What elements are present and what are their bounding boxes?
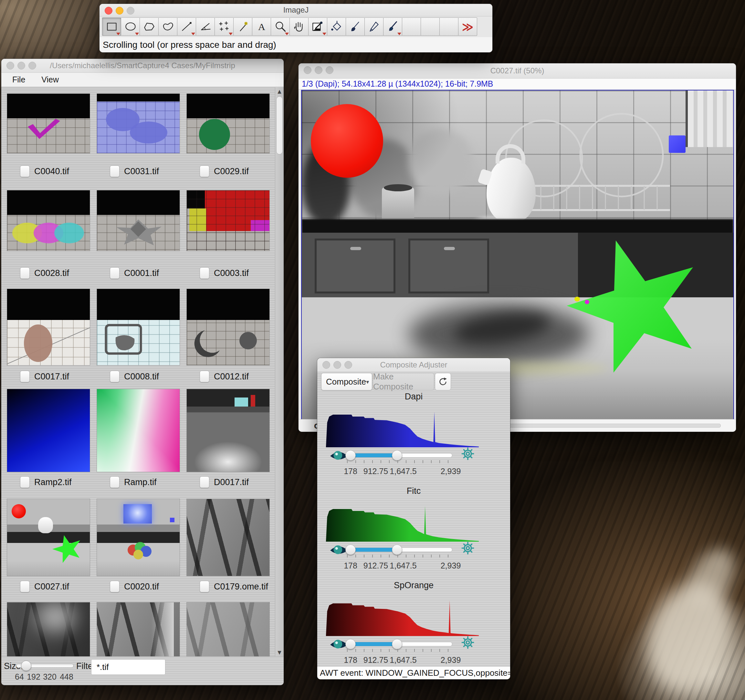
- window-controls[interactable]: [6, 62, 36, 69]
- zoom-window-icon[interactable]: [127, 7, 135, 15]
- tool-wand-button[interactable]: [233, 18, 252, 36]
- range-slider[interactable]: [346, 547, 452, 552]
- zoom-window-icon[interactable]: [326, 66, 334, 74]
- minimize-icon[interactable]: [18, 62, 25, 69]
- thumbnail-c0029[interactable]: [187, 94, 269, 153]
- thumbnail-unlabeled[interactable]: [187, 603, 269, 657]
- filmstrip-title: /Users/michaelellis/SmartCapture4 Cases/…: [50, 61, 235, 70]
- thumbnail-d0017[interactable]: [187, 389, 269, 472]
- settings-gear-icon[interactable]: [460, 540, 476, 556]
- thumbnail-c0017[interactable]: [7, 289, 90, 365]
- thumbnail-c0003[interactable]: [187, 190, 269, 251]
- scrollbar-thumb[interactable]: [276, 96, 283, 154]
- tool-flood-fill-button[interactable]: [327, 18, 346, 36]
- range-slider-max-handle[interactable]: [392, 544, 402, 555]
- filmstrip-titlebar[interactable]: /Users/michaelellis/SmartCapture4 Cases/…: [1, 59, 284, 73]
- window-controls[interactable]: [105, 7, 135, 15]
- thumbnail-checkbox[interactable]: [200, 581, 209, 592]
- thumbnail-checkbox[interactable]: [110, 165, 120, 177]
- thumbnail-c0028[interactable]: [7, 190, 90, 251]
- tool-rectangle-button[interactable]: [102, 18, 121, 36]
- minimize-icon[interactable]: [334, 361, 341, 369]
- thumbnail-c0031[interactable]: [97, 94, 180, 153]
- range-slider[interactable]: [346, 453, 452, 458]
- tool-line-button[interactable]: [177, 18, 196, 36]
- more-tools-icon: ≫: [462, 21, 474, 32]
- zoom-window-icon[interactable]: [344, 361, 352, 369]
- settings-gear-icon[interactable]: [460, 446, 476, 462]
- filmstrip-window: /Users/michaelellis/SmartCapture4 Cases/…: [1, 59, 284, 685]
- thumbnail-c0179[interactable]: [187, 499, 269, 576]
- thumbnail-ramp2[interactable]: [7, 389, 90, 472]
- range-slider-min-handle[interactable]: [346, 450, 356, 460]
- thumbnail-checkbox[interactable]: [20, 581, 30, 592]
- tool-zoom-button[interactable]: [271, 18, 290, 36]
- range-slider-max-handle[interactable]: [392, 450, 402, 460]
- thumbnail-c0001[interactable]: [97, 190, 180, 251]
- thumbnail-checkbox[interactable]: [20, 267, 30, 279]
- thumbnail-checkbox[interactable]: [20, 477, 30, 488]
- tool-pencil-button[interactable]: [364, 18, 383, 36]
- filmstrip-scrollbar[interactable]: ▲ ▼: [275, 87, 284, 657]
- thumbnail-checkbox[interactable]: [200, 477, 209, 488]
- window-controls[interactable]: [322, 361, 352, 369]
- tool-oval-button[interactable]: [121, 18, 140, 36]
- close-icon[interactable]: [6, 62, 14, 69]
- menu-view[interactable]: View: [41, 75, 59, 84]
- thumbnail-checkbox[interactable]: [200, 165, 209, 177]
- thumbnail-unlabeled[interactable]: [7, 603, 90, 657]
- thumbnail-c0027[interactable]: [7, 499, 90, 576]
- tool-polygon-button[interactable]: [139, 18, 159, 36]
- thumbnail-checkbox[interactable]: [200, 267, 209, 279]
- menu-file[interactable]: File: [12, 75, 25, 84]
- range-slider-fill: [349, 548, 396, 552]
- tool-brush-button[interactable]: [346, 18, 365, 36]
- filter-input[interactable]: *.tif: [91, 659, 165, 675]
- range-slider-min-handle[interactable]: [346, 544, 356, 555]
- display-mode-select[interactable]: Composite ▾: [321, 373, 372, 390]
- tool-color-picker-button[interactable]: [308, 18, 327, 36]
- settings-gear-icon[interactable]: [460, 635, 476, 650]
- range-slider-max-handle[interactable]: [392, 639, 402, 649]
- thumbnail-checkbox[interactable]: [20, 371, 30, 382]
- zoom-window-icon[interactable]: [28, 62, 36, 69]
- refresh-button[interactable]: [435, 373, 451, 390]
- close-icon[interactable]: [304, 66, 311, 74]
- thumbnail-c0012[interactable]: [187, 289, 269, 365]
- close-icon[interactable]: [322, 361, 330, 369]
- thumbnail-c0008[interactable]: [97, 289, 180, 365]
- make-composite-button[interactable]: Make Composite: [373, 373, 434, 390]
- thumbnail-c0040[interactable]: [7, 94, 90, 153]
- thumbnail-unlabeled[interactable]: [97, 603, 180, 657]
- tool-brush-alt-button[interactable]: [383, 18, 402, 36]
- window-controls[interactable]: [304, 66, 334, 74]
- thumbnail-checkbox[interactable]: [110, 371, 120, 382]
- scroll-up-icon[interactable]: ▲: [275, 88, 284, 94]
- thumbnail-checkbox[interactable]: [200, 371, 209, 382]
- thumbnail-checkbox[interactable]: [110, 477, 120, 488]
- imagej-titlebar[interactable]: ImageJ: [100, 4, 492, 16]
- minimize-icon[interactable]: [315, 66, 322, 74]
- image-window-titlebar[interactable]: C0027.tif (50%): [299, 63, 736, 78]
- thumbnail-c0020[interactable]: [97, 499, 180, 576]
- range-slider[interactable]: [346, 642, 452, 646]
- tool-point-button[interactable]: [214, 18, 233, 36]
- close-icon[interactable]: [105, 7, 112, 15]
- size-slider-knob[interactable]: [21, 661, 31, 671]
- thumbnail-checkbox[interactable]: [20, 165, 30, 177]
- minimize-icon[interactable]: [116, 7, 123, 15]
- imagej-toolbar: A≫: [100, 16, 492, 37]
- tool-freehand-button[interactable]: [158, 18, 177, 36]
- tool-angle-button[interactable]: [196, 18, 215, 36]
- thumbnail-checkbox[interactable]: [110, 581, 120, 592]
- range-slider-min-handle[interactable]: [346, 639, 356, 649]
- composite-adjuster-titlebar[interactable]: Composite Adjuster: [317, 358, 510, 372]
- thumbnail-ramp[interactable]: [97, 389, 180, 472]
- tool-hand-button[interactable]: [289, 18, 308, 36]
- scroll-down-icon[interactable]: ▼: [275, 650, 284, 655]
- thumbnail-checkbox[interactable]: [110, 267, 120, 279]
- tool-more-button[interactable]: ≫: [458, 18, 477, 36]
- filmstrip-grid: C0040.tif C0031.tif C0029.tif C0028.tif …: [1, 87, 284, 657]
- tool-text-button[interactable]: A: [252, 18, 271, 36]
- size-slider[interactable]: [16, 664, 74, 668]
